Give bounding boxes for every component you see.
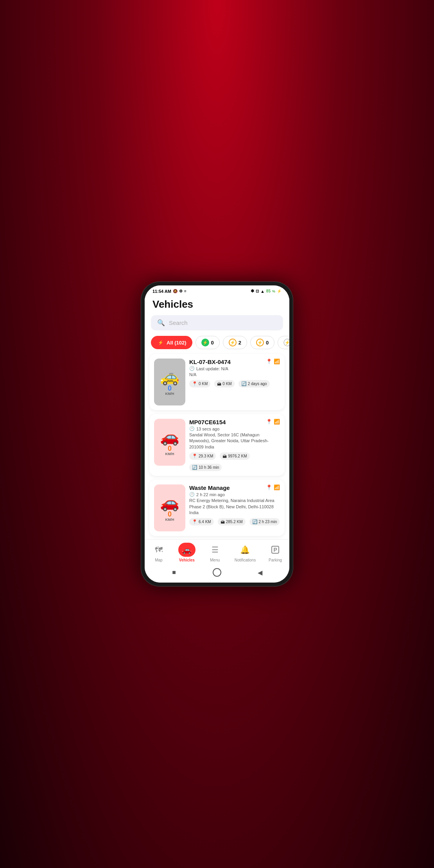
filter-tab-orange[interactable]: ⚡ 2 <box>223 336 247 349</box>
settings-icon: ⚙ <box>179 289 183 293</box>
stat-update-1: 🔄 2 days ago <box>239 380 270 387</box>
screen-icon: ⊡ <box>256 289 259 293</box>
home-square-btn[interactable]: ■ <box>169 567 179 578</box>
stat-odo-val-1: 0 KM <box>222 382 231 386</box>
filter-tab-yellow[interactable]: ⚡ 0 <box>250 336 274 349</box>
vehicle-speed-3: 0 <box>168 510 172 518</box>
menu-icon: ☰ <box>212 545 219 554</box>
car-image-1: 🚕 <box>160 369 179 384</box>
nav-menu[interactable]: ☰ Menu <box>206 543 224 562</box>
nav-notifications-icon-wrap: 🔔 <box>237 543 254 557</box>
page-title: Vehicles <box>152 298 193 310</box>
parking-icon: P <box>271 546 279 554</box>
vehicle-info-3: Waste Manage 📍 📶 🕐 2 h 22 min ago RC Ene… <box>189 484 280 531</box>
circle-icon <box>213 568 221 577</box>
phone-frame: 11:54 AM 🔕 ⚙ ≡ ✱ ⊡ ▲ 85 % ⚡ Vehicles <box>141 282 293 586</box>
location-icon-3: 📍 <box>266 484 272 490</box>
vehicle-speed-2: 0 <box>168 445 172 453</box>
vehicle-loc-1: N/A <box>189 372 280 378</box>
stat-dist-val-1: 0 KM <box>199 382 208 386</box>
wifi-icon: ▲ <box>260 289 265 294</box>
speed-unit-2: KM/H <box>165 452 174 456</box>
mute-icon: 🔕 <box>173 289 178 293</box>
filter-tab-green[interactable]: ⚡ 0 <box>195 336 220 349</box>
bolt-icon: ⚡ <box>277 289 282 293</box>
location-icon-2: 📍 <box>266 419 272 425</box>
vehicle-loc-2: Sandal Wood, Sector 16C (Mahagun Mywoods… <box>189 432 280 450</box>
stat-update-val-2: 10 h 36 min <box>199 465 219 470</box>
vehicle-status-icons-1: 📍 📶 <box>266 359 280 364</box>
filter-tabs: ⚡ All (102) ⚡ 0 ⚡ 2 ⚡ 0 ⚡ 10 <box>145 333 289 352</box>
search-placeholder: Search <box>169 319 188 326</box>
nav-notifications-label: Notifications <box>235 558 256 562</box>
filter-icon-orange: ⚡ <box>229 339 237 346</box>
vehicle-time-text-1: Last update: N/A <box>196 366 228 371</box>
nav-vehicles[interactable]: 🚗 Vehicles <box>178 543 195 562</box>
stat-update-2: 🔄 10 h 36 min <box>189 464 222 471</box>
speed-unit-3: KM/H <box>165 518 174 522</box>
bottom-nav: 🗺 Map 🚗 Vehicles ☰ Menu <box>145 539 289 564</box>
bluetooth-icon: ✱ <box>251 289 254 294</box>
vehicle-name-3: Waste Manage <box>189 484 230 491</box>
filter-label-orange: 2 <box>239 340 241 346</box>
nav-parking-label: Parking <box>269 558 282 562</box>
nav-parking[interactable]: P Parking <box>267 543 284 562</box>
vehicle-speed-1: 0 <box>168 384 172 393</box>
stat-distance-2: 📍 29.3 KM <box>189 452 216 460</box>
vehicle-card-1[interactable]: 🚕 0 KM/H KL-07-BX-0474 📍 📶 <box>149 354 285 410</box>
stat-distance-3: 📍 6.4 KM <box>189 518 214 525</box>
nav-map[interactable]: 🗺 Map <box>150 543 167 562</box>
stat-odo-val-2: 9976.2 KM <box>228 454 247 458</box>
nav-notifications[interactable]: 🔔 Notifications <box>235 543 256 562</box>
stat-update-val-3: 2 h 23 min <box>259 520 277 524</box>
filter-icon-green: ⚡ <box>201 339 209 346</box>
filter-icon-yellow: ⚡ <box>256 339 264 346</box>
stat-distance-1: 📍 0 KM <box>189 380 210 387</box>
nav-vehicles-label: Vehicles <box>179 558 195 562</box>
vehicle-list: 🚕 0 KM/H KL-07-BX-0474 📍 📶 <box>145 352 289 539</box>
nav-parking-icon-wrap: P <box>267 543 284 557</box>
stat-odo-val-3: 285.2 KM <box>226 520 243 524</box>
search-bar[interactable]: 🔍 Search <box>151 315 283 330</box>
vehicle-info-1: KL-07-BX-0474 📍 📶 🕐 Last update: N/A N/A <box>189 359 280 405</box>
vehicle-time-2: 🕐 13 secs ago <box>189 426 280 431</box>
vehicle-stats-1: 📍 0 KM 🏔 0 KM 🔄 2 days ago <box>189 380 280 387</box>
vehicle-time-text-3: 2 h 22 min ago <box>196 492 225 497</box>
vehicle-card-3[interactable]: 🚗 0 KM/H Waste Manage 📍 📶 <box>149 480 285 536</box>
page-header: Vehicles <box>145 295 289 313</box>
filter-label-all: All (102) <box>167 340 187 346</box>
vehicle-time-1: 🕐 Last update: N/A <box>189 366 280 371</box>
map-icon: 🗺 <box>155 545 163 554</box>
stat-update-val-1: 2 days ago <box>248 382 267 386</box>
home-bar: ■ ◀ <box>145 564 289 583</box>
filter-label-yellow: 0 <box>266 340 269 346</box>
filter-icon-gray: ⚡ <box>283 339 289 346</box>
car-image-3: 🚗 <box>160 495 179 510</box>
vehicle-thumb-1: 🚕 0 KM/H <box>154 359 185 405</box>
phone-screen: 11:54 AM 🔕 ⚙ ≡ ✱ ⊡ ▲ 85 % ⚡ Vehicles <box>145 285 289 583</box>
stat-odo-1: 🏔 0 KM <box>214 380 234 387</box>
home-circle-btn[interactable] <box>212 567 222 578</box>
filter-tab-all[interactable]: ⚡ All (102) <box>151 336 192 349</box>
filter-tab-gray[interactable]: ⚡ 10 <box>278 336 289 349</box>
vehicle-card-2[interactable]: 🚗 0 KM/H MP07CE6154 📍 📶 <box>149 414 285 476</box>
nav-map-label: Map <box>155 558 162 562</box>
nav-menu-icon-wrap: ☰ <box>206 543 224 557</box>
home-back-btn[interactable]: ◀ <box>255 567 265 578</box>
signal-icon-1: 📶 <box>274 359 280 364</box>
vehicle-status-icons-3: 📍 📶 <box>266 484 280 490</box>
filter-label-green: 0 <box>211 340 214 346</box>
battery-percent-sign: % <box>272 289 275 293</box>
nav-vehicles-icon-wrap: 🚗 <box>178 543 195 557</box>
vehicle-thumb-2: 🚗 0 KM/H <box>154 419 185 466</box>
vehicle-stats-2: 📍 29.3 KM 🏔 9976.2 KM 🔄 10 h 36 min <box>189 452 280 471</box>
stat-odo-3: 🏔 285.2 KM <box>218 518 246 525</box>
back-icon: ◀ <box>258 569 262 576</box>
filter-icon-all: ⚡ <box>157 339 165 346</box>
bell-icon: 🔔 <box>240 545 250 554</box>
vehicle-status-icons-2: 📍 📶 <box>266 419 280 425</box>
signal-icon-3: 📶 <box>274 484 280 490</box>
vehicles-icon: 🚗 <box>182 545 192 554</box>
speed-unit-1: KM/H <box>165 392 174 396</box>
signal-icon-2: 📶 <box>274 419 280 425</box>
